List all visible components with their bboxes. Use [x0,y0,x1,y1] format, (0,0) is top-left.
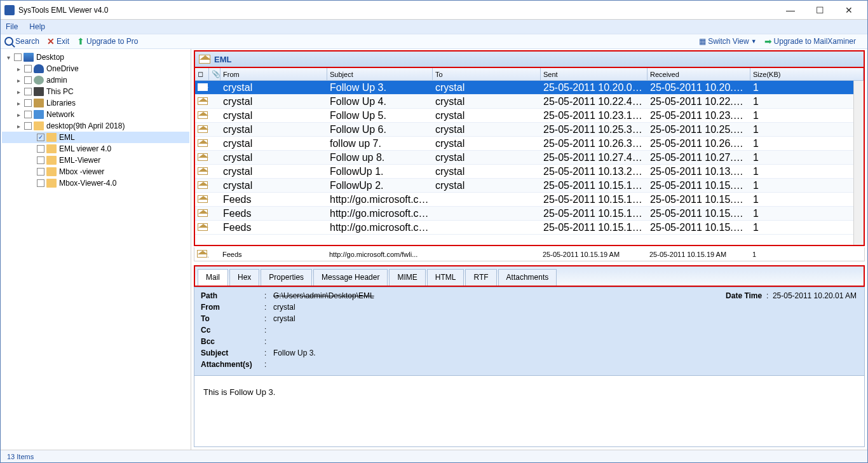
email-row[interactable]: crystalFollow Up 4.crystal25-05-2011 10.… [195,95,853,109]
folder-tree[interactable]: ▾Desktop▸OneDrive▸admin▸This PC▸Librarie… [1,49,191,450]
arrow-up-icon: ⬆ [77,36,85,46]
cell-from: Feeds [220,222,327,233]
cell-from: crystal [220,110,327,121]
expand-toggle-icon[interactable]: ▸ [15,123,22,130]
checkbox[interactable] [37,134,44,141]
cell-size: 1 [750,194,853,205]
tree-item-network[interactable]: ▸Network [2,109,189,120]
tree-item-desktop-9th-april-2018-[interactable]: ▸desktop(9th April 2018) [2,120,189,132]
email-row[interactable]: crystalFollow Up 6.crystal25-05-2011 10.… [195,123,853,137]
col-from[interactable]: From [220,68,327,80]
tab-attachments[interactable]: Attachments [498,269,557,286]
switch-view-button[interactable]: ▦ Switch View ▼ [699,37,756,46]
tree-item-admin[interactable]: ▸admin [2,74,189,86]
cell-size: 1 [750,251,864,258]
cell-size: 1 [750,124,853,135]
cell-subject: Follow Up 4. [327,96,433,107]
mail-icon [198,223,208,231]
tree-item-onedrive[interactable]: ▸OneDrive [2,63,189,74]
email-row[interactable]: Feedshttp://go.microsoft.com/fwli...25-0… [195,221,853,235]
col-to[interactable]: To [433,68,541,80]
expand-toggle-icon[interactable]: ▸ [15,88,22,95]
email-row[interactable]: crystalFollowUp 2.crystal25-05-2011 10.1… [195,179,853,193]
col-subject[interactable]: Subject [327,68,433,80]
folder-icon [46,144,57,153]
col-size[interactable]: Size(KB) [750,68,864,80]
tab-mail[interactable]: Mail [198,269,228,286]
cell-from: crystal [220,82,327,93]
expand-toggle-icon[interactable]: ▾ [4,54,12,61]
close-button[interactable]: ✕ [834,1,864,20]
net-icon [34,110,44,119]
tree-item-eml[interactable]: EML [2,132,189,143]
email-row[interactable]: Feedshttp://go.microsoft.com/fwli...25-0… [195,193,853,207]
checkbox[interactable] [37,145,44,153]
cell-from: crystal [220,166,327,177]
cell-from: Feeds [220,208,327,219]
maximize-button[interactable]: ☐ [805,1,834,20]
minimize-button[interactable]: — [776,1,805,20]
expand-toggle-icon[interactable]: ▸ [15,111,22,118]
upgrade-pro-button[interactable]: ⬆ Upgrade to Pro [77,36,138,46]
col-attachment[interactable]: 📎 [209,68,220,80]
checkbox[interactable] [24,76,32,84]
cell-size: 1 [750,222,853,233]
expand-toggle-icon[interactable]: ▸ [15,100,22,107]
tree-item-mbox-viewer[interactable]: Mbox -viewer [2,166,189,177]
tree-item-desktop[interactable]: ▾Desktop [2,52,189,63]
cell-to: crystal [433,82,541,93]
tab-hex[interactable]: Hex [229,269,259,286]
checkbox[interactable] [14,53,22,61]
cell-size: 1 [750,96,853,107]
eml-folder-title: EML [214,55,231,64]
tree-item-mbox-viewer-4-0[interactable]: Mbox-Viewer-4.0 [2,177,189,189]
search-button[interactable]: Search [4,37,39,46]
detail-datetime: Date Time : 25-05-2011 10.20.01 AM [726,291,857,300]
email-row[interactable]: crystalFollow up 8.crystal25-05-2011 10.… [195,151,853,165]
checkbox[interactable] [37,179,44,187]
column-headers: ◻ 📎 From Subject To Sent Received Size(K… [195,68,864,81]
email-row-overflow[interactable]: Feeds http://go.microsoft.com/fwli... 25… [194,247,865,261]
email-row[interactable]: crystalFollow Up 3.crystal25-05-2011 10.… [195,81,853,95]
exit-label: Exit [57,37,69,46]
cell-received: 25-05-2011 10.27.48 AM [648,152,750,163]
email-row[interactable]: crystalfollow up 7.crystal25-05-2011 10.… [195,137,853,151]
menu-help[interactable]: Help [29,22,45,31]
tab-mime[interactable]: MIME [389,269,425,286]
col-received[interactable]: Received [648,68,750,80]
checkbox[interactable] [37,156,44,164]
tree-item-label: Libraries [46,99,76,107]
exit-button[interactable]: ✕ Exit [47,36,69,46]
col-icon[interactable]: ◻ [195,68,209,80]
col-sent[interactable]: Sent [541,68,648,80]
cell-subject: http://go.microsoft.com/fwli... [327,251,432,258]
checkbox[interactable] [37,168,44,176]
cell-from: Feeds [220,194,327,205]
checkbox[interactable] [24,99,32,107]
tree-item-libraries[interactable]: ▸Libraries [2,97,189,109]
checkbox[interactable] [24,111,32,118]
tab-message-header[interactable]: Message Header [313,269,388,286]
cell-size: 1 [750,180,853,191]
tab-html[interactable]: HTML [427,269,465,286]
menu-file[interactable]: File [6,22,18,31]
scrollbar[interactable] [853,81,864,245]
tab-rtf[interactable]: RTF [465,269,496,286]
checkbox[interactable] [24,88,32,95]
tree-item-this-pc[interactable]: ▸This PC [2,86,189,97]
expand-toggle-icon[interactable]: ▸ [15,77,22,84]
tree-item-eml-viewer-4-0[interactable]: EML viewer 4.0 [2,143,189,155]
checkbox[interactable] [24,122,32,130]
tree-item-eml-viewer[interactable]: EML-Viewer [2,155,189,166]
checkbox[interactable] [24,65,32,73]
upgrade-mailxaminer-button[interactable]: ➡ Upgrade to MailXaminer [764,36,856,46]
switch-view-icon: ▦ [699,37,706,46]
email-row[interactable]: crystalFollow Up 5.crystal25-05-2011 10.… [195,109,853,123]
expand-toggle-icon[interactable]: ▸ [15,66,22,73]
email-row[interactable]: Feedshttp://go.microsoft.com/fwli...25-0… [195,207,853,221]
cell-to: crystal [433,96,541,107]
email-row[interactable]: crystalFollowUp 1.crystal25-05-2011 10.1… [195,165,853,179]
detail-body: This is Follow Up 3. [194,375,864,446]
tab-properties[interactable]: Properties [261,269,312,286]
search-icon [4,37,13,46]
